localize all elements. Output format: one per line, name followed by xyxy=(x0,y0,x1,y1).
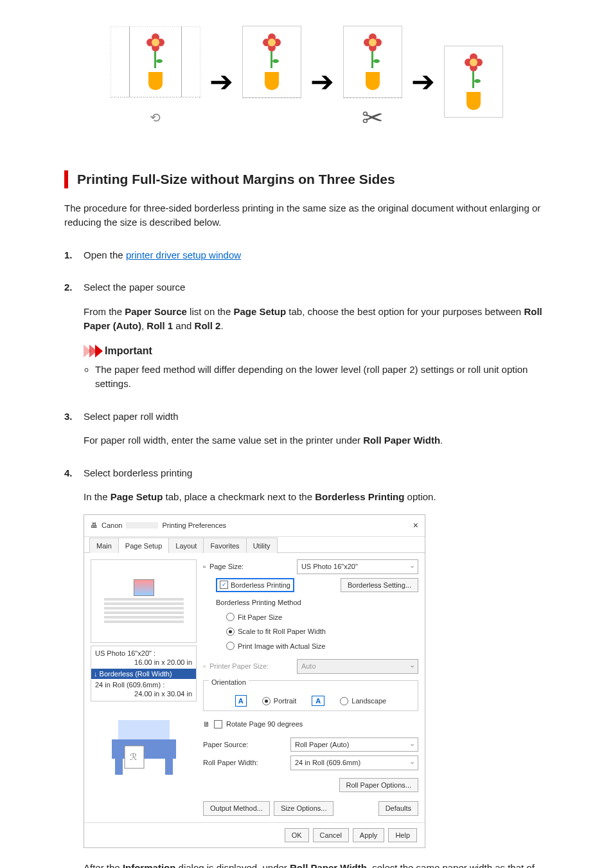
step-4-title: Select borderless printing xyxy=(84,466,192,481)
arrow-icon: ➔ xyxy=(411,68,435,96)
heading-accent-bar xyxy=(64,170,68,188)
step-number: 2. xyxy=(64,280,78,295)
ok-button[interactable]: OK xyxy=(285,828,309,843)
paper-icon: ▫ xyxy=(203,661,206,672)
step-3: 3. Select paper roll width For paper rol… xyxy=(64,410,549,448)
dialog-footer: OK Cancel Apply Help xyxy=(84,822,425,848)
dialog-titlebar: 🖶 Canon Printing Preferences × xyxy=(84,515,425,537)
paper-source-label: Paper Source: xyxy=(203,739,287,750)
tab-page-setup[interactable]: Page Setup xyxy=(118,538,170,554)
dialog-right-pane: ▫ Page Size: US Photo 16"x20" ✓ Borderle… xyxy=(203,559,418,816)
page-icon: ▫ xyxy=(203,561,206,572)
step-2-title: Select the paper source xyxy=(84,280,185,295)
landscape-icon: A xyxy=(312,696,324,706)
rotate-page-icon: 🗎 xyxy=(203,719,210,730)
printer-paper-size-dropdown: Auto xyxy=(297,659,418,674)
printing-preferences-dialog: 🖶 Canon Printing Preferences × Main Page… xyxy=(84,514,425,849)
step-1-text: Open the printer driver setup window xyxy=(84,248,241,263)
step-3-body: For paper roll width, enter the same val… xyxy=(84,433,549,448)
svg-rect-3 xyxy=(165,759,173,775)
step-3-title: Select paper roll width xyxy=(84,410,179,424)
svg-rect-1 xyxy=(118,720,170,739)
rotate-90-checkbox[interactable]: 🗎 Rotate Page 90 degrees xyxy=(203,719,418,730)
step-2-body: From the Paper Source list on the Page S… xyxy=(84,305,549,334)
tab-main[interactable]: Main xyxy=(89,538,119,554)
important-callout: Important The paper feed method will dif… xyxy=(84,343,549,392)
step-4-after: After the Information dialog is displaye… xyxy=(84,861,549,868)
illus-panel-1: ⟲ xyxy=(111,26,200,136)
svg-rect-2 xyxy=(115,759,123,775)
heading-text: Printing Full-Size without Margins on Th… xyxy=(77,169,395,190)
important-icon xyxy=(84,345,101,357)
borderless-printing-checkbox[interactable]: ✓ Borderless Printing xyxy=(216,578,294,593)
step-2: 2. Select the paper source From the Pape… xyxy=(64,280,549,392)
close-icon[interactable]: × xyxy=(413,519,418,532)
step-number: 3. xyxy=(64,410,78,424)
roll-paper-width-label: Roll Paper Width: xyxy=(203,757,287,768)
illus-panel-3: ✂ xyxy=(343,26,402,137)
tab-layout[interactable]: Layout xyxy=(168,538,204,554)
size-info-box: US Photo 16"x20" : 16.00 in x 20.00 in ↓… xyxy=(91,646,197,701)
borderless-method-title: Borderless Printing Method xyxy=(216,597,418,608)
roll-paper-options-button[interactable]: Roll Paper Options... xyxy=(339,778,419,793)
dialog-left-pane: US Photo 16"x20" : 16.00 in x 20.00 in ↓… xyxy=(91,559,197,816)
illus-panel-2 xyxy=(242,26,301,137)
dialog-title-suffix: Printing Preferences xyxy=(162,520,226,531)
page-size-label: Page Size: xyxy=(209,561,293,572)
printer-icon: 🖶 xyxy=(91,520,98,531)
printer-illustration: ℛ xyxy=(91,704,197,788)
roll-paper-width-dropdown[interactable]: 24 in Roll (609.6mm) xyxy=(290,755,418,770)
step-4: 4. Select borderless printing In the Pag… xyxy=(64,466,549,869)
paper-source-dropdown[interactable]: Roll Paper (Auto) xyxy=(290,737,418,752)
printer-paper-size-label: Printer Paper Size: xyxy=(209,661,293,672)
help-button[interactable]: Help xyxy=(388,828,417,843)
redacted-model xyxy=(126,522,158,529)
step-1: 1. Open the printer driver setup window xyxy=(64,248,549,263)
orientation-group: Orientation A Portrait A Landscape xyxy=(203,680,418,712)
size-options-button[interactable]: Size Options... xyxy=(274,801,334,816)
radio-portrait[interactable]: Portrait xyxy=(262,696,296,707)
section-heading: Printing Full-Size without Margins on Th… xyxy=(64,169,549,190)
illus-panel-4 xyxy=(444,46,503,118)
checkbox-icon xyxy=(214,720,222,728)
checkbox-icon: ✓ xyxy=(220,581,228,589)
portrait-icon: A xyxy=(235,695,247,707)
dialog-tabs: Main Page Setup Layout Favorites Utility xyxy=(84,537,425,554)
borderless-setting-button[interactable]: Borderless Setting... xyxy=(341,578,418,593)
step-4-body: In the Page Setup tab, place a checkmark… xyxy=(84,490,549,505)
scissors-icon: ✂ xyxy=(362,98,384,137)
intro-paragraph: The procedure for three-sided borderless… xyxy=(64,201,549,230)
output-method-button[interactable]: Output Method... xyxy=(203,801,270,816)
cancel-button[interactable]: Cancel xyxy=(313,828,349,843)
step-number: 4. xyxy=(64,466,78,481)
page-preview xyxy=(91,559,197,643)
page-size-dropdown[interactable]: US Photo 16"x20" xyxy=(297,559,418,574)
step-number: 1. xyxy=(64,248,78,263)
important-bullet: The paper feed method will differ depend… xyxy=(95,363,549,392)
tab-utility[interactable]: Utility xyxy=(246,538,278,554)
process-illustration: ⟲ ➔ ➔ ✂ ➔ xyxy=(64,26,549,137)
arrow-icon: ➔ xyxy=(310,68,334,96)
arrow-icon: ➔ xyxy=(209,68,233,96)
important-label: Important xyxy=(105,343,152,359)
radio-actual-size[interactable]: Print Image with Actual Size xyxy=(226,641,418,652)
radio-landscape[interactable]: Landscape xyxy=(340,696,386,707)
printer-driver-link[interactable]: printer driver setup window xyxy=(126,249,241,260)
defaults-button[interactable]: Defaults xyxy=(378,801,418,816)
apply-button[interactable]: Apply xyxy=(353,828,385,843)
svg-text:ℛ: ℛ xyxy=(130,752,137,762)
radio-fit-paper-size[interactable]: Fit Paper Size xyxy=(226,612,418,623)
radio-scale-roll-width[interactable]: Scale to fit Roll Paper Width xyxy=(226,626,418,637)
dialog-title-prefix: Canon xyxy=(102,520,122,531)
tab-favorites[interactable]: Favorites xyxy=(203,538,246,554)
rotate-icon: ⟲ xyxy=(150,108,161,127)
